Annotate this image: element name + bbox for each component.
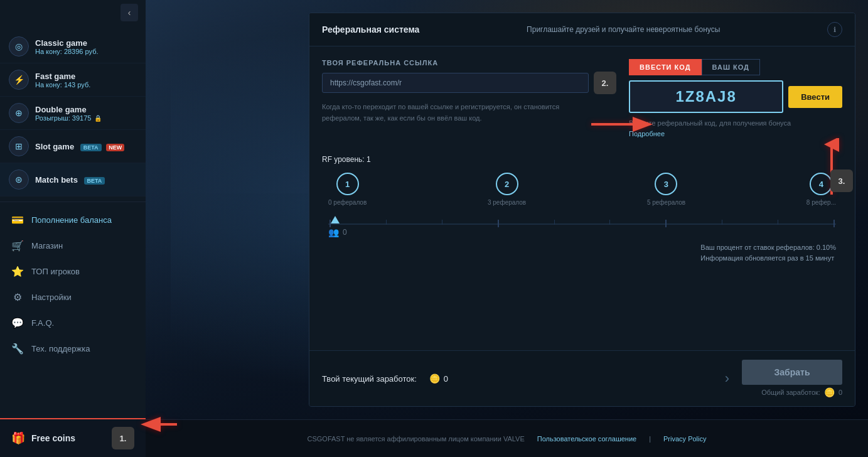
nav-item-settings[interactable]: ⚙ Настройки [0, 284, 146, 310]
progress-track [328, 223, 836, 225]
free-coins-item[interactable]: 🎁 Free coins 1. [0, 418, 146, 457]
match-bets-info: Match bets BETA [35, 175, 137, 185]
nav-label-support: Тех. поддержка [31, 344, 90, 353]
level-1: 1 0 рефералов [328, 173, 367, 206]
level-1-badge: 1 [336, 173, 359, 195]
nav-item-support[interactable]: 🔧 Тех. поддержка [0, 336, 146, 362]
bottom-stats: Ваш процент от ставок рефералов: 0.10% И… [322, 242, 842, 263]
nav-label-settings: Настройки [31, 293, 72, 302]
sidebar-item-match-bets[interactable]: ⊛ Match bets BETA [0, 163, 146, 196]
match-bets-icon: ⊛ [9, 169, 29, 190]
link-description: Когда кто-то переходит по вашей ссылке и… [322, 102, 573, 124]
percent-info: Ваш процент от ставок рефералов: 0.10% И… [700, 242, 836, 263]
code-input-row: 1Z8AJ8 Ввести [629, 80, 842, 113]
slot-beta-badge: BETA [80, 144, 102, 151]
nav-label-top-players: ТОП игроков [31, 267, 80, 276]
progress-bar [328, 210, 836, 225]
referral-body: ТВОЯ РЕФЕРАЛЬНА ССЫЛКА 2. Когда кто-то п… [309, 46, 855, 350]
main-content: Реферальная система Приглашайте друзей и… [146, 0, 868, 457]
user-icon: 👥 [328, 227, 339, 237]
step-3-area: 3. [830, 169, 853, 192]
code-hint-link[interactable]: Подробнее [629, 130, 665, 137]
referral-subtitle: Приглашайте друзей и получайте невероятн… [527, 25, 720, 34]
footer-link-privacy[interactable]: Privacy Policy [663, 435, 706, 443]
referral-panel: Реферальная система Приглашайте друзей и… [309, 13, 855, 407]
footer-separator: | [649, 435, 651, 443]
coin-icon: 🪙 [429, 374, 440, 384]
slot-game-name: Slot game BETA NEW [35, 142, 137, 151]
footer-link-terms[interactable]: Пользовательское соглашение [537, 435, 636, 443]
level-2: 2 3 рефералов [488, 173, 526, 206]
rf-level-label: RF уровень: 1 [322, 155, 842, 164]
claim-section: Забрать Общий заработок: 🪙 0 [742, 360, 842, 397]
referral-title: Реферальная система [322, 24, 419, 35]
nav-item-shop[interactable]: 🛒 Магазин [0, 233, 146, 259]
step-3-badge: 3. [830, 169, 853, 192]
sidebar-collapse: ‹ [0, 0, 146, 25]
level-3-label: 5 рефералов [647, 199, 685, 206]
sidebar-item-slot-game[interactable]: ⊞ Slot game BETA NEW [0, 130, 146, 163]
sidebar-collapse-button[interactable]: ‹ [121, 4, 138, 21]
nav-label-faq: F.A.Q. [31, 318, 54, 328]
slot-game-icon: ⊞ [9, 136, 29, 156]
progress-pointer [331, 216, 340, 223]
code-section: ВВЕСТИ КОД ВАШ КОД 1Z8AJ8 Ввести Введите… [629, 59, 842, 139]
settings-icon: ⚙ [11, 291, 24, 303]
tab-enter-code[interactable]: ВВЕСТИ КОД [629, 59, 702, 75]
sidebar-item-double-game[interactable]: ⊕ Double game Розыгрыш: 39175 🔒 [0, 97, 146, 130]
fast-game-sub: На кону: 143 руб. [35, 81, 137, 89]
earnings-label: Твой текущий заработок: [322, 374, 417, 384]
top-players-icon: ⭐ [11, 266, 24, 277]
sidebar-item-fast-game[interactable]: ⚡ Fast game На кону: 143 руб. [0, 63, 146, 97]
free-coins-icon: 🎁 [11, 431, 24, 445]
code-tabs: ВВЕСТИ КОД ВАШ КОД [629, 59, 842, 75]
classic-game-icon: ◎ [9, 36, 29, 56]
total-earnings: Общий заработок: 🪙 0 [761, 387, 842, 397]
tab-your-code[interactable]: ВАШ КОД [702, 59, 760, 75]
level-3: 3 5 рефералов [647, 173, 685, 206]
level-2-badge: 2 [496, 173, 518, 195]
code-hint: Введите реферальный код, для получения б… [629, 118, 842, 139]
code-display: 1Z8AJ8 [629, 80, 783, 113]
free-coins-label: Free coins [31, 433, 75, 443]
slot-game-info: Slot game BETA NEW [35, 142, 137, 151]
double-game-sub: Розыгрыш: 39175 🔒 [35, 114, 137, 122]
classic-game-info: Classic game На кону: 28396 руб. [35, 38, 137, 55]
nav-item-balance[interactable]: 💳 Пополнение баланса [0, 207, 146, 233]
nav-item-faq[interactable]: 💬 F.A.Q. [0, 310, 146, 336]
link-section: ТВОЯ РЕФЕРАЛЬНА ССЫЛКА 2. Когда кто-то п… [322, 59, 616, 139]
double-game-icon: ⊕ [9, 103, 29, 123]
nav-section: 💳 Пополнение баланса 🛒 Магазин ⭐ ТОП игр… [0, 202, 146, 418]
double-game-info: Double game Розыгрыш: 39175 🔒 [35, 105, 137, 122]
games-list: ◎ Classic game На кону: 28396 руб. ⚡ Fas… [0, 25, 146, 202]
fast-game-info: Fast game На кону: 143 руб. [35, 72, 137, 89]
link-section-label: ТВОЯ РЕФЕРАЛЬНА ССЫЛКА [322, 59, 616, 67]
nav-item-top-players[interactable]: ⭐ ТОП игроков [0, 259, 146, 284]
rf-section: RF уровень: 1 1 0 рефералов 2 3 реферало… [322, 155, 842, 263]
info-icon[interactable]: ℹ [827, 22, 842, 37]
referral-header: Реферальная система Приглашайте друзей и… [309, 13, 855, 46]
enter-code-button[interactable]: Ввести [788, 86, 842, 108]
claim-button[interactable]: Забрать [742, 360, 842, 385]
support-icon: 🔧 [11, 343, 24, 355]
shop-icon: 🛒 [11, 240, 24, 252]
top-section: ТВОЯ РЕФЕРАЛЬНА ССЫЛКА 2. Когда кто-то п… [322, 59, 842, 139]
level-2-label: 3 рефералов [488, 199, 526, 206]
referral-link-input[interactable] [322, 73, 589, 93]
referral-count: 👥 0 [322, 227, 842, 237]
forward-arrow-icon: › [725, 370, 729, 387]
link-input-row: 2. [322, 72, 616, 94]
sidebar: ‹ ◎ Classic game На кону: 28396 руб. ⚡ F… [0, 0, 146, 457]
nav-label-shop: Магазин [31, 241, 63, 250]
classic-game-name: Classic game [35, 38, 137, 48]
sidebar-item-classic-game[interactable]: ◎ Classic game На кону: 28396 руб. [0, 30, 146, 63]
level-4-badge: 4 [810, 173, 832, 195]
total-coin-icon: 🪙 [824, 387, 835, 397]
classic-game-sub: На кону: 28396 руб. [35, 48, 137, 55]
balance-icon: 💳 [11, 214, 24, 226]
match-bets-beta-badge: BETA [84, 177, 105, 185]
earnings-value: 🪙 0 [429, 374, 448, 384]
level-4-label: 8 рефер... [806, 199, 836, 206]
fast-game-name: Fast game [35, 72, 137, 81]
double-game-name: Double game [35, 105, 137, 114]
